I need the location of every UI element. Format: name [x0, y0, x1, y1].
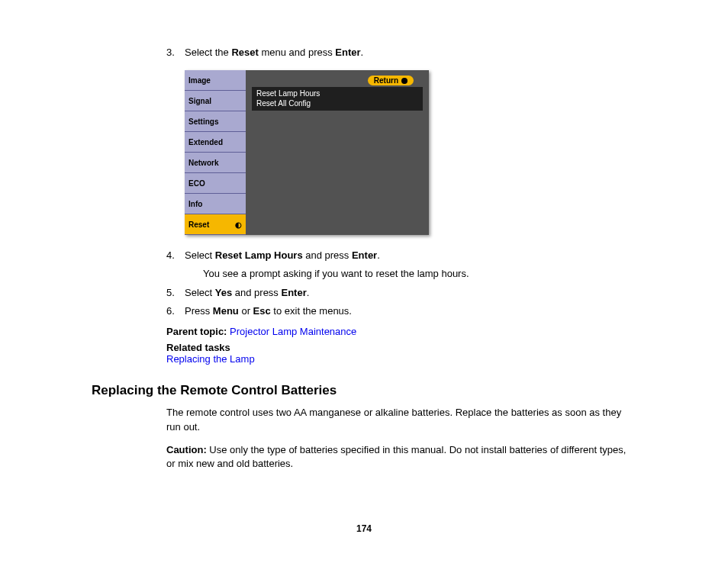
projector-menu-screenshot: Image Signal Settings Extended Network E… — [185, 70, 429, 235]
parent-topic-link[interactable]: Projector Lamp Maintenance — [230, 326, 356, 337]
menu-main-panel: Return Reset Lamp Hours Reset All Config — [246, 70, 429, 235]
caution-text: Use only the type of batteries specified… — [166, 444, 626, 469]
related-tasks-heading: Related tasks — [166, 342, 636, 353]
step5-b1: Yes — [215, 287, 232, 298]
step6-mid: or — [239, 305, 253, 317]
menu-item-image: Image — [185, 70, 246, 91]
step4-pre: Select — [185, 249, 215, 261]
enter-icon: ◐ — [235, 220, 242, 229]
parent-topic-label: Parent topic: — [166, 326, 227, 337]
step3-text-pre: Select the — [185, 47, 231, 58]
menu-item-eco: ECO — [185, 173, 246, 194]
parent-topic-line: Parent topic: Projector Lamp Maintenance — [166, 324, 636, 339]
submenu-reset-all-config: Reset All Config — [256, 98, 418, 108]
submenu-reset-lamp-hours: Reset Lamp Hours — [256, 88, 418, 98]
menu-item-signal: Signal — [185, 91, 246, 111]
document-page: Select the Reset menu and press Enter. I… — [0, 0, 728, 510]
step3-text-mid: menu and press — [259, 47, 335, 58]
related-task-line: Replacing the Lamp — [166, 353, 636, 365]
page-number: 174 — [0, 523, 728, 534]
menu-submenu: Reset Lamp Hours Reset All Config — [252, 87, 423, 111]
step4-sub: You see a prompt asking if you want to r… — [203, 267, 636, 281]
step5-end: . — [307, 287, 310, 298]
step5-b2: Enter — [282, 287, 307, 298]
step-5: Select Yes and press Enter. — [166, 286, 636, 300]
menu-item-extended: Extended — [185, 132, 246, 153]
return-label: Return — [374, 76, 398, 85]
section-p1: The remote control uses two AA manganese… — [166, 406, 636, 433]
menu-item-network: Network — [185, 153, 246, 173]
step-4: Select Reset Lamp Hours and press Enter.… — [166, 249, 636, 281]
step6-b1: Menu — [213, 305, 239, 317]
step4-b2: Enter — [352, 249, 377, 261]
step-3: Select the Reset menu and press Enter. — [166, 46, 636, 60]
step-block-1: Select the Reset menu and press Enter. I… — [166, 46, 636, 365]
menu-sidebar: Image Signal Settings Extended Network E… — [185, 70, 246, 235]
step6-end: to exit the menus. — [271, 305, 352, 317]
menu-item-info: Info — [185, 194, 246, 214]
step3-bold1: Reset — [231, 47, 258, 58]
menu-item-reset-label: Reset — [188, 220, 209, 229]
step3-text-end: . — [361, 47, 364, 58]
step4-mid: and press — [303, 249, 352, 261]
return-icon — [401, 78, 407, 84]
step4-b1: Reset Lamp Hours — [215, 249, 303, 261]
step-6: Press Menu or Esc to exit the menus. — [166, 304, 636, 318]
step6-pre: Press — [185, 305, 213, 317]
section-body: The remote control uses two AA manganese… — [166, 406, 636, 471]
step4-end: . — [377, 249, 380, 261]
step3-bold2: Enter — [335, 47, 360, 58]
section-heading: Replacing the Remote Control Batteries — [92, 383, 636, 398]
related-task-link[interactable]: Replacing the Lamp — [166, 353, 255, 365]
caution-label: Caution: — [166, 444, 207, 455]
step5-pre: Select — [185, 287, 215, 298]
ordered-steps-part1: Select the Reset menu and press Enter. — [166, 46, 636, 60]
menu-item-settings: Settings — [185, 111, 246, 132]
step5-mid: and press — [232, 287, 281, 298]
ordered-steps-part2: Select Reset Lamp Hours and press Enter.… — [166, 249, 636, 318]
menu-item-reset-active: Reset ◐ — [185, 214, 246, 235]
return-badge: Return — [368, 76, 414, 85]
caution-para: Caution: Use only the type of batteries … — [166, 443, 636, 471]
step6-b2: Esc — [253, 305, 271, 317]
